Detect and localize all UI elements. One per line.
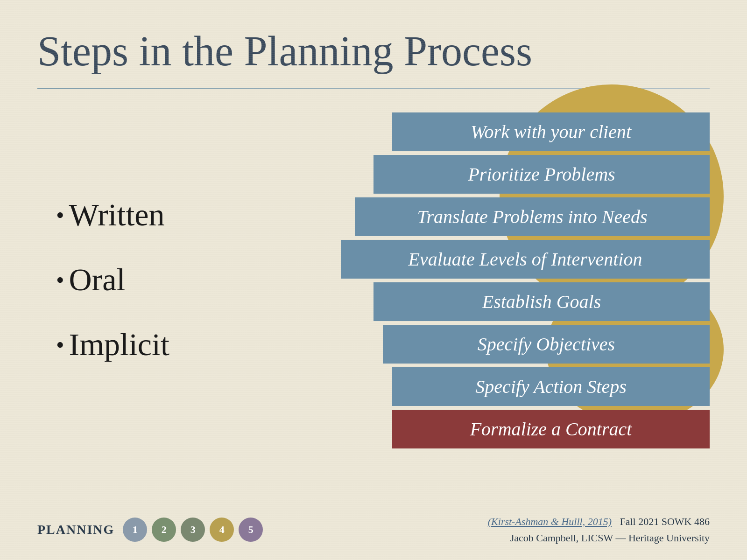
content-area: • Written • Oral • Implicit Wor	[37, 112, 710, 452]
right-panel: Work with your client Prioritize Problem…	[271, 112, 710, 452]
step-specify-objectives: Specify Objectives	[383, 325, 710, 364]
nav-dot-4[interactable]: 4	[210, 518, 234, 542]
footer: PLANNING 1 2 3 4 5 (	[0, 513, 747, 546]
step-work-with-client: Work with your client	[392, 112, 710, 151]
nav-dot-5[interactable]: 5	[239, 518, 263, 542]
step-row-3: Translate Problems into Needs	[271, 197, 710, 236]
step-row-6: Specify Objectives	[271, 325, 710, 364]
step-row-7: Specify Action Steps	[271, 367, 710, 406]
nav-dot-3[interactable]: 3	[181, 518, 205, 542]
step-establish-goals: Establish Goals	[374, 282, 710, 321]
bullet-dot-1: •	[56, 202, 64, 229]
step-formalize-contract: Formalize a Contract	[392, 410, 710, 448]
step-row-1: Work with your client	[271, 112, 710, 151]
slide-title: Steps in the Planning Process	[37, 28, 710, 74]
planning-label: PLANNING	[37, 522, 114, 537]
step-row-4: Evaluate Levels of Intervention	[271, 240, 710, 279]
step-prioritize-problems: Prioritize Problems	[374, 155, 710, 194]
citation-link[interactable]: (Kirst-Ashman & Hulll, 2015)	[488, 516, 612, 527]
footer-right: (Kirst-Ashman & Hulll, 2015) Fall 2021 S…	[488, 513, 710, 546]
bullet-label-written: Written	[69, 196, 165, 233]
step-translate-problems: Translate Problems into Needs	[355, 197, 710, 236]
step-row-8: Formalize a Contract	[271, 410, 710, 448]
nav-dots: 1 2 3 4 5	[123, 518, 263, 542]
nav-dot-1[interactable]: 1	[123, 518, 147, 542]
steps-container: Work with your client Prioritize Problem…	[271, 112, 710, 452]
bullet-label-implicit: Implicit	[69, 326, 169, 363]
footer-left: PLANNING 1 2 3 4 5	[37, 518, 263, 542]
bullet-label-oral: Oral	[69, 261, 126, 298]
left-panel: • Written • Oral • Implicit	[37, 112, 271, 452]
citation-line: (Kirst-Ashman & Hulll, 2015) Fall 2021 S…	[488, 513, 710, 530]
course-info: Fall 2021 SOWK 486	[620, 516, 710, 527]
bullet-oral: • Oral	[56, 261, 271, 298]
step-row-2: Prioritize Problems	[271, 155, 710, 194]
bullet-dot-3: •	[56, 331, 64, 358]
step-row-5: Establish Goals	[271, 282, 710, 321]
slide: Steps in the Planning Process • Written …	[0, 0, 747, 560]
bullet-written: • Written	[56, 196, 271, 233]
bullet-dot-2: •	[56, 266, 64, 294]
instructor-info: Jacob Campbell, LICSW — Heritage Univers…	[488, 530, 710, 546]
nav-dot-2[interactable]: 2	[152, 518, 176, 542]
bullet-implicit: • Implicit	[56, 326, 271, 363]
step-specify-action-steps: Specify Action Steps	[392, 367, 710, 406]
step-evaluate-levels: Evaluate Levels of Intervention	[341, 240, 710, 279]
